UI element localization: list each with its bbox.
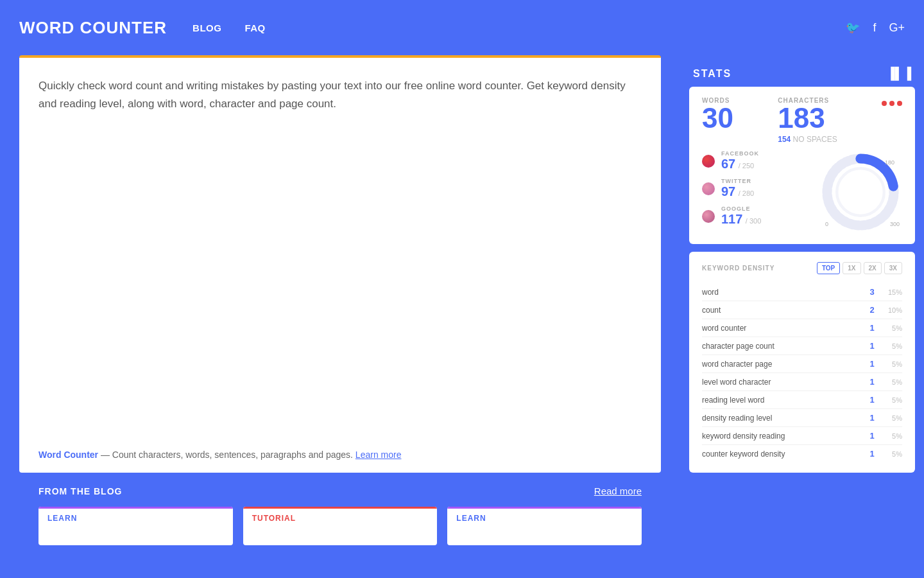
footer-learn-more-link[interactable]: Learn more (355, 450, 402, 460)
kd-row: count 2 10% (702, 301, 902, 319)
kd-count-4: 1 (868, 359, 877, 369)
google-limit: / 300 (746, 217, 761, 225)
right-panel: STATS ▐▌▐ WORDS 30 CHARACTERS 183 154 NO… (680, 55, 924, 565)
stats-header: STATS ▐▌▐ (689, 55, 915, 87)
footer-desc: — Count characters, words, sentences, pa… (101, 450, 353, 460)
blog-card-2[interactable]: TUTORIAL (243, 507, 438, 545)
kd-rows: word 3 15% count 2 10% word counter 1 5%… (702, 283, 902, 462)
editor-footer: Word Counter — Count characters, words, … (38, 450, 642, 460)
kd-row: character page count 1 5% (702, 337, 902, 355)
twitter-name: TWITTER (721, 178, 754, 184)
google-dot (702, 210, 715, 223)
kd-count-8: 1 (868, 431, 877, 441)
donut-svg (819, 150, 902, 234)
twitter-limit: / 280 (739, 189, 754, 197)
no-spaces-sub: 154 NO SPACES (778, 135, 837, 144)
stat-dots (882, 97, 902, 106)
kd-pct-6: 5% (884, 396, 902, 404)
facebook-info: FACEBOOK 67 / 250 (721, 150, 759, 171)
facebook-limit: / 250 (739, 162, 754, 170)
kd-pct-8: 5% (884, 432, 902, 440)
twitter-info: TWITTER 97 / 280 (721, 178, 754, 199)
facebook-dot (702, 155, 715, 168)
editor-placeholder-text[interactable]: Quickly check word count and writing mis… (38, 77, 642, 437)
blog-card-1[interactable]: LEARN (38, 507, 233, 545)
kd-keyword-7: density reading level (702, 414, 868, 423)
kd-pct-7: 5% (884, 414, 902, 422)
stats-counts: WORDS 30 CHARACTERS 183 154 NO SPACES (702, 97, 902, 144)
twitter-icon[interactable]: 🐦 (846, 21, 860, 35)
google-name: GOOGLE (721, 206, 761, 212)
kd-keyword-2: word counter (702, 324, 868, 333)
kd-pct-1: 10% (884, 306, 902, 314)
editor-box: Quickly check word count and writing mis… (19, 55, 661, 473)
kd-keyword-0: word (702, 288, 868, 297)
kd-count-1: 2 (868, 305, 877, 315)
kd-title: KEYWORD DENSITY (702, 265, 774, 272)
no-spaces-value: 154 (778, 135, 791, 144)
dot-2 (889, 101, 894, 106)
google-plus-icon[interactable]: G+ (889, 21, 905, 35)
kd-count-6: 1 (868, 395, 877, 405)
kd-tab-2x[interactable]: 2X (864, 262, 882, 274)
kd-count-3: 1 (868, 341, 877, 351)
bar-chart-icon: ▐▌▐ (887, 67, 911, 80)
read-more-link[interactable]: Read more (594, 486, 642, 496)
kd-keyword-9: counter keyword density (702, 450, 868, 459)
kd-row: density reading level 1 5% (702, 409, 902, 427)
svg-point-2 (837, 168, 884, 216)
blog-cards: LEARN TUTORIAL LEARN (38, 507, 642, 545)
kd-row: keyword density reading 1 5% (702, 427, 902, 445)
words-block: WORDS 30 (702, 97, 733, 132)
site-logo[interactable]: WORD COUNTER (19, 18, 167, 38)
social-item-facebook: FACEBOOK 67 / 250 (702, 150, 812, 171)
twitter-count: 97 (721, 184, 735, 198)
kd-row: counter keyword density 1 5% (702, 445, 902, 462)
no-spaces-label: NO SPACES (793, 135, 837, 144)
kd-count-0: 3 (868, 287, 877, 297)
facebook-name: FACEBOOK (721, 150, 759, 157)
kd-header: KEYWORD DENSITY TOP 1X 2X 3X (702, 262, 902, 274)
nav-social: 🐦 f G+ (846, 21, 905, 35)
kd-keyword-8: keyword density reading (702, 432, 868, 441)
blog-header: FROM THE BLOG Read more (38, 486, 642, 496)
kd-row: word counter 1 5% (702, 319, 902, 337)
nav-links: BLOG FAQ (193, 22, 266, 33)
blog-section: FROM THE BLOG Read more LEARN TUTORIAL L… (19, 473, 661, 545)
kd-pct-5: 5% (884, 378, 902, 386)
social-list: FACEBOOK 67 / 250 TWITTER 97 / 280 (702, 150, 812, 227)
kd-tab-top[interactable]: TOP (817, 262, 840, 274)
kd-pct-3: 5% (884, 342, 902, 350)
facebook-icon[interactable]: f (873, 21, 876, 35)
google-count: 117 (721, 212, 742, 226)
kd-keyword-3: character page count (702, 342, 868, 351)
kd-row: reading level word 1 5% (702, 391, 902, 409)
main-layout: Quickly check word count and writing mis… (0, 55, 924, 565)
kd-pct-2: 5% (884, 324, 902, 332)
kd-pct-0: 15% (884, 288, 902, 296)
blog-card-tag-2: TUTORIAL (243, 507, 438, 528)
kd-count-2: 1 (868, 323, 877, 333)
kd-tab-1x[interactable]: 1X (843, 262, 860, 274)
stats-title: STATS (693, 68, 732, 80)
donut-chart: 180 300 0 (819, 150, 902, 234)
blog-card-3[interactable]: LEARN (447, 507, 642, 545)
kd-keyword-6: reading level word (702, 396, 868, 405)
keyword-density-card: KEYWORD DENSITY TOP 1X 2X 3X word 3 15% … (689, 252, 915, 473)
kd-keyword-1: count (702, 306, 868, 315)
nav-blog[interactable]: BLOG (193, 22, 221, 33)
dot-3 (897, 101, 902, 106)
characters-value: 183 (778, 104, 837, 132)
blog-section-title: FROM THE BLOG (38, 486, 122, 496)
characters-block: CHARACTERS 183 154 NO SPACES (778, 97, 837, 144)
navbar: WORD COUNTER BLOG FAQ 🐦 f G+ (0, 0, 924, 55)
nav-faq[interactable]: FAQ (244, 22, 265, 33)
kd-keyword-5: level word character (702, 378, 868, 387)
kd-tab-3x[interactable]: 3X (884, 262, 902, 274)
blog-card-tag-3: LEARN (447, 507, 642, 528)
kd-pct-9: 5% (884, 450, 902, 458)
dot-1 (882, 101, 887, 106)
kd-keyword-4: word character page (702, 360, 868, 369)
left-panel: Quickly check word count and writing mis… (0, 55, 680, 565)
google-info: GOOGLE 117 / 300 (721, 206, 761, 227)
